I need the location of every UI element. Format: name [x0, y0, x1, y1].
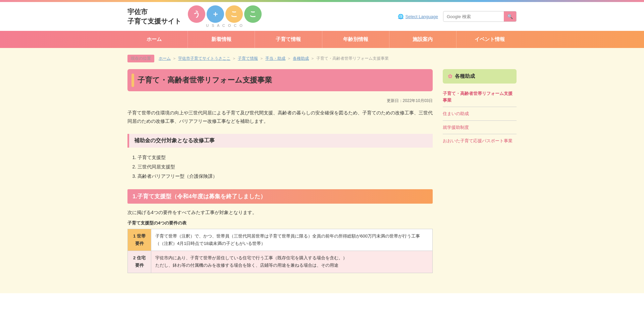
- header: 宇佐市 子育て支援サイト う ＋ こ こ U S A C O C O 🌐 Sel…: [121, 2, 523, 31]
- header-right: 🌐 Select Language 🔍: [398, 11, 517, 22]
- nav-childcare[interactable]: 子育て情報: [255, 31, 322, 48]
- sidebar-link-school[interactable]: 就学援助制度: [443, 121, 517, 135]
- breadcrumb-allowance[interactable]: 手当・助成: [265, 56, 285, 61]
- section2-heading: 1.子育て支援型（令和4年度は募集を終了しました）: [127, 189, 433, 204]
- search-button[interactable]: 🔍: [504, 11, 516, 21]
- breadcrumb-sep-4: ＞: [287, 56, 291, 61]
- sidebar-link-housing[interactable]: 住まいの助成: [443, 107, 517, 121]
- logo-subtext: U S A C O C O: [188, 23, 262, 28]
- table-row2-content: 宇佐市内にあり、子育て世帯が居住している住宅で行う工事（既存住宅を購入する場合を…: [151, 251, 433, 273]
- section2-next-text: 次に掲げる4つの要件をすべてみたす工事が対象となります。: [127, 209, 433, 217]
- update-date: 更新日：2022年10月03日: [127, 98, 433, 104]
- breadcrumb-usacoco[interactable]: 宇佐市子育てサイトうさここ: [178, 56, 230, 61]
- breadcrumb-label: 現在の位置: [127, 55, 154, 62]
- sidebar: ✿ 各種助成 子育て・高齢者世帯リフォーム支援事業 住まいの助成 就学援助制度 …: [443, 69, 517, 148]
- logo-circle-ko2: こ: [244, 5, 262, 23]
- nav-events[interactable]: イベント情報: [457, 31, 523, 48]
- header-left: 宇佐市 子育て支援サイト う ＋ こ こ U S A C O C O: [127, 5, 262, 28]
- main-col: 子育て・高齢者世帯リフォーム支援事業 更新日：2022年10月03日 子育て世帯…: [127, 69, 433, 280]
- breadcrumb-various[interactable]: 各種助成: [293, 56, 309, 61]
- breadcrumb-home[interactable]: ホーム: [159, 56, 171, 61]
- content-wrapper: 現在の位置 ホーム ＞ 宇佐市子育てサイトうさここ ＞ 子育て情報 ＞ 手当・助…: [0, 48, 644, 293]
- sidebar-title: ✿ 各種助成: [448, 73, 512, 80]
- list-item-3: 高齢者バリアフリー型（介護保険課）: [138, 171, 433, 181]
- search-input[interactable]: [443, 12, 504, 21]
- breadcrumb-sep-3: ＞: [260, 56, 264, 61]
- sidebar-links: 子育て・高齢者世帯リフォーム支援事業 住まいの助成 就学援助制度 おおいた子育て…: [443, 87, 517, 148]
- sidebar-box: ✿ 各種助成: [443, 69, 517, 84]
- nav-age[interactable]: 年齢別情報: [322, 31, 389, 48]
- page-title: 子育て・高齢者世帯リフォーム支援事業: [138, 75, 425, 85]
- support-table: 1 世帯 要件 子育て世帯（注釈）で、かつ、世帯員（三世代同居世帯は子育て世帯員…: [127, 229, 433, 273]
- list-item-2: 三世代同居支援型: [138, 162, 433, 171]
- search-bar: 🔍: [443, 11, 517, 22]
- sidebar-title-text: 各種助成: [455, 73, 475, 80]
- breadcrumb: 現在の位置 ホーム ＞ 宇佐市子育てサイトうさここ ＞ 子育て情報 ＞ 手当・助…: [127, 55, 517, 62]
- list-item-1: 子育て支援型: [138, 153, 433, 162]
- globe-icon: 🌐: [398, 14, 404, 19]
- table-row-1: 1 世帯 要件 子育て世帯（注釈）で、かつ、世帯員（三世代同居世帯は子育て世帯員…: [128, 229, 433, 251]
- nav-inner: ホーム 新着情報 子育て情報 年齢別情報 施設案内 イベント情報: [121, 31, 523, 48]
- logo-circle-plus: ＋: [207, 5, 224, 23]
- nav-bar: ホーム 新着情報 子育て情報 年齢別情報 施設案内 イベント情報: [0, 31, 644, 48]
- breadcrumb-sep-5: ＞: [311, 56, 315, 61]
- breadcrumb-sep-1: ＞: [172, 56, 176, 61]
- table-row-2: 2 住宅 要件 宇佐市内にあり、子育て世帯が居住している住宅で行う工事（既存住宅…: [128, 251, 433, 273]
- site-title: 宇佐市 子育て支援サイト: [127, 7, 181, 26]
- nav-news[interactable]: 新着情報: [188, 31, 255, 48]
- table-row2-header: 2 住宅 要件: [128, 251, 151, 273]
- breadcrumb-current: 子育て・高齢者世帯リフォーム支援事業: [316, 56, 389, 61]
- lang-label: Select Language: [405, 14, 438, 19]
- logo-area: う ＋ こ こ U S A C O C O: [188, 5, 262, 28]
- table-row1-content: 子育て世帯（注釈）で、かつ、世帯員（三世代同居世帯は子育て世帯員に限る）全員の前…: [151, 229, 433, 251]
- logo-circles: う ＋ こ こ: [188, 5, 262, 23]
- logo-circle-ko1: こ: [225, 5, 243, 23]
- sidebar-link-passport[interactable]: おおいた子育て応援パスポート事業: [443, 134, 517, 148]
- breadcrumb-sep-2: ＞: [232, 56, 236, 61]
- content-inner: 現在の位置 ホーム ＞ 宇佐市子育てサイトうさここ ＞ 子育て情報 ＞ 手当・助…: [121, 55, 523, 280]
- logo-circle-u: う: [188, 5, 205, 23]
- two-col: 子育て・高齢者世帯リフォーム支援事業 更新日：2022年10月03日 子育て世帯…: [127, 69, 517, 280]
- section1-heading: 補助金の交付対象となる改修工事: [127, 134, 433, 148]
- nav-home[interactable]: ホーム: [121, 31, 188, 48]
- table-row1-header: 1 世帯 要件: [128, 229, 151, 251]
- breadcrumb-childcare-info[interactable]: 子育て情報: [238, 56, 258, 61]
- nav-facilities[interactable]: 施設案内: [389, 31, 457, 48]
- table-label: 子育て支援型の4つの要件の表: [127, 220, 433, 226]
- main-description: 子育て世帯の住環境の向上や三世代同居による子育て及び世代間支援、高齢者の暮らしの…: [127, 109, 433, 125]
- page-title-box: 子育て・高齢者世帯リフォーム支援事業: [127, 69, 433, 91]
- sidebar-link-reform[interactable]: 子育て・高齢者世帯リフォーム支援事業: [443, 87, 517, 107]
- sidebar-star-icon: ✿: [448, 73, 452, 80]
- language-selector[interactable]: 🌐 Select Language: [398, 14, 438, 19]
- section1-list: 子育て支援型 三世代同居支援型 高齢者バリアフリー型（介護保険課）: [138, 153, 433, 181]
